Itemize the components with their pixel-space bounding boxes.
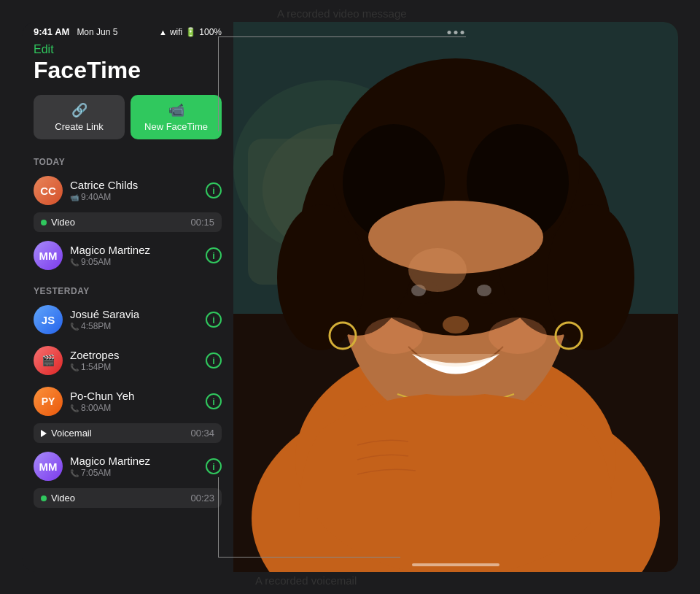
left-panel: 9:41 AM Mon Jun 5 ▲ wifi 🔋 100% Edit Fac…	[22, 22, 233, 572]
battery-percent: 100%	[199, 27, 222, 37]
svg-point-24	[365, 317, 423, 354]
avatar-zoetropes: 🎬	[34, 346, 63, 375]
call-info-zoetropes: Zoetropes 📞 1:54PM	[70, 349, 206, 372]
phone-icon-zoetropes: 📞	[70, 363, 79, 371]
call-name-magico-yesterday: Magico Martinez	[70, 455, 206, 468]
video-label-magico: Video	[51, 493, 75, 504]
svg-point-29	[408, 248, 467, 292]
svg-point-22	[477, 285, 491, 296]
info-button-magico-today[interactable]: i	[206, 247, 222, 263]
video-icon: 📹	[168, 102, 184, 118]
voicemail-type-label: Voicemail	[41, 428, 92, 439]
call-item-magico-yesterday[interactable]: MM Magico Martinez 📞 7:05AM i	[22, 446, 233, 487]
info-button-magico-yesterday[interactable]: i	[206, 458, 222, 474]
video-label: Video	[51, 217, 75, 228]
video-message-magico[interactable]: Video 00:23	[34, 488, 222, 508]
phone-icon-pochun: 📞	[70, 404, 79, 412]
annotation-line-bottom	[218, 477, 219, 558]
call-info-catrice: Catrice Childs 📹 9:40AM	[70, 179, 206, 202]
phone-icon-magico-today: 📞	[70, 258, 79, 266]
facetime-photo	[233, 22, 678, 572]
status-date: Mon Jun 5	[77, 27, 117, 37]
call-item-zoetropes[interactable]: 🎬 Zoetropes 📞 1:54PM i	[22, 340, 233, 381]
annotation-line-bottom-h	[218, 557, 400, 558]
new-facetime-label: New FaceTime	[144, 121, 208, 132]
call-item-josue[interactable]: JS Josué Saravia 📞 4:58PM i	[22, 299, 233, 340]
avatar-josue: JS	[34, 305, 63, 334]
annotation-line-top-h	[218, 36, 466, 37]
info-button-pochun[interactable]: i	[206, 393, 222, 409]
call-detail-catrice: 📹 9:40AM	[70, 192, 206, 202]
svg-point-23	[443, 316, 469, 333]
call-name-pochun: Po-Chun Yeh	[70, 390, 206, 403]
phone-icon-josue: 📞	[70, 323, 79, 331]
call-info-pochun: Po-Chun Yeh 📞 8:00AM	[70, 390, 206, 413]
call-item-magico-today[interactable]: MM Magico Martinez 📞 9:05AM i	[22, 235, 233, 276]
voicemail-label: Voicemail	[51, 428, 92, 439]
voicemail-duration: 00:34	[190, 428, 214, 439]
svg-point-25	[489, 317, 547, 354]
video-duration-magico: 00:23	[190, 493, 214, 504]
avatar-catrice: CC	[34, 176, 63, 205]
status-bar: 9:41 AM Mon Jun 5 ▲ wifi 🔋 100%	[22, 22, 233, 40]
annotation-bottom: A recorded voicemail	[255, 574, 357, 587]
info-button-josue[interactable]: i	[206, 312, 222, 328]
video-message-catrice[interactable]: Video 00:15	[34, 212, 222, 232]
annotation-line-top	[218, 36, 219, 131]
green-dot-icon	[41, 220, 47, 225]
edit-button[interactable]: Edit	[34, 43, 54, 56]
call-item-pochun[interactable]: PY Po-Chun Yeh 📞 8:00AM i	[22, 381, 233, 422]
battery-icon: 🔋	[185, 27, 196, 37]
video-duration: 00:15	[190, 217, 214, 228]
screen-container: A recorded video message A recorded voic…	[0, 0, 700, 594]
call-detail-pochun: 📞 8:00AM	[70, 403, 206, 413]
call-name-josue: Josué Saravia	[70, 308, 206, 321]
video-call-icon: 📹	[70, 193, 79, 201]
call-info-magico-today: Magico Martinez 📞 9:05AM	[70, 244, 206, 267]
avatar-magico-yesterday: MM	[34, 452, 63, 481]
section-today: TODAY	[22, 147, 233, 170]
call-item-catrice[interactable]: CC Catrice Childs 📹 9:40AM i	[22, 170, 233, 211]
info-button-catrice[interactable]: i	[206, 182, 222, 198]
section-yesterday: YESTERDAY	[22, 276, 233, 299]
status-time: 9:41 AM	[34, 26, 69, 37]
ipad-frame: 9:41 AM Mon Jun 5 ▲ wifi 🔋 100% Edit Fac…	[22, 22, 678, 572]
info-button-zoetropes[interactable]: i	[206, 352, 222, 369]
wifi-icon: wifi	[170, 27, 182, 37]
home-indicator[interactable]	[412, 563, 499, 566]
status-right: ▲ wifi 🔋 100%	[159, 27, 222, 37]
green-dot-magico-icon	[41, 495, 47, 501]
call-name-zoetropes: Zoetropes	[70, 349, 206, 362]
avatar-pochun: PY	[34, 387, 63, 416]
call-detail-zoetropes: 📞 1:54PM	[70, 362, 206, 372]
create-link-button[interactable]: 🔗 Create Link	[34, 95, 125, 139]
call-detail-magico-yesterday: 📞 7:05AM	[70, 468, 206, 478]
link-icon: 🔗	[71, 102, 88, 118]
right-panel	[233, 22, 678, 572]
app-title: FaceTime	[34, 58, 222, 83]
call-info-josue: Josué Saravia 📞 4:58PM	[70, 308, 206, 331]
header: Edit FaceTime	[22, 40, 233, 89]
top-dots	[448, 31, 464, 34]
action-buttons: 🔗 Create Link 📹 New FaceTime	[22, 89, 233, 147]
video-type-label: Video	[41, 217, 75, 228]
avatar-magico-today: MM	[34, 241, 63, 270]
video-type-magico: Video	[41, 493, 75, 504]
phone-icon-magico-yesterday: 📞	[70, 469, 79, 477]
call-detail-magico-today: 📞 9:05AM	[70, 257, 206, 267]
signal-icon: ▲	[159, 28, 167, 36]
create-link-label: Create Link	[55, 121, 103, 132]
new-facetime-button[interactable]: 📹 New FaceTime	[131, 95, 222, 139]
call-name-catrice: Catrice Childs	[70, 179, 206, 192]
play-icon	[41, 430, 47, 437]
call-detail-josue: 📞 4:58PM	[70, 321, 206, 331]
voicemail-message-pochun[interactable]: Voicemail 00:34	[34, 423, 222, 443]
call-name-magico-today: Magico Martinez	[70, 244, 206, 257]
call-info-magico-yesterday: Magico Martinez 📞 7:05AM	[70, 455, 206, 478]
annotation-top: A recorded video message	[277, 7, 407, 20]
